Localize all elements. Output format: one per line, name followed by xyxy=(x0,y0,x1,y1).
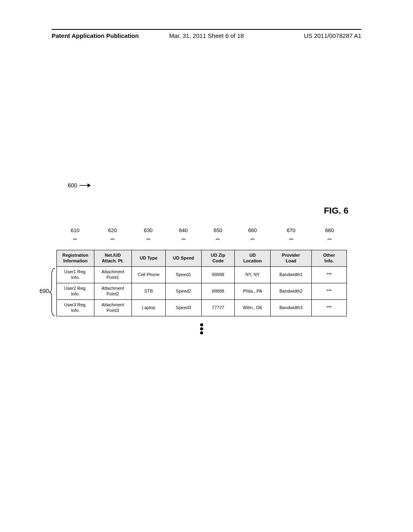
cell: AttachmentPoint3 xyxy=(94,300,131,316)
paren-icon: ⌢ xyxy=(73,235,77,243)
cell: Bandwidth1 xyxy=(270,267,311,283)
paren-icon: ⌢ xyxy=(215,235,220,243)
svg-marker-1 xyxy=(88,183,91,187)
th-registration-info: RegistrationInformation xyxy=(57,250,94,267)
cell: 77777 xyxy=(201,300,235,316)
row-group-ref-690: 690 xyxy=(40,288,49,294)
cell: User3 Reg.Info. xyxy=(57,300,94,316)
figure-title: FIG. 6 xyxy=(324,206,348,216)
col-ref-630: 630 xyxy=(132,227,165,233)
cell: STB xyxy=(131,283,166,300)
col-ref-620: 620 xyxy=(96,227,129,233)
cell: Speed2 xyxy=(166,283,201,300)
col-ref-660: 660 xyxy=(236,227,269,233)
figure-reference-600: 600 xyxy=(68,182,91,189)
th-ud-speed: UD Speed xyxy=(166,250,201,267)
cell: Cell Phone xyxy=(131,267,166,283)
paren-icon: ⌢ xyxy=(250,235,255,243)
figure-6: 600 FIG. 6 610 ⌢ 620 ⌢ 630 ⌢ 640 ⌢ 650 ⌢… xyxy=(56,193,347,316)
paren-icon: ⌢ xyxy=(146,235,151,243)
cell: Speed3 xyxy=(166,300,201,316)
ref-label-600: 600 xyxy=(68,182,77,189)
th-other-info: OtherInfo. xyxy=(311,250,346,267)
cell: AttachmentPoint2 xyxy=(94,283,131,300)
th-ud-zip: UD ZipCode xyxy=(201,250,235,267)
cell: Wilm., DE xyxy=(235,300,270,316)
cell: User1 Reg.Info. xyxy=(57,267,94,283)
cell: Laptop xyxy=(131,300,166,316)
cell: Speed1 xyxy=(166,267,201,283)
column-ref-labels: 610 ⌢ 620 ⌢ 630 ⌢ 640 ⌢ 650 ⌢ 660 ⌢ 670 … xyxy=(56,227,347,250)
cell: *** xyxy=(311,283,346,300)
table-row: User3 Reg.Info. AttachmentPoint3 Laptop … xyxy=(57,300,347,316)
cell: Bandwidth2 xyxy=(270,283,311,300)
table-row: User2 Reg.Info. AttachmentPoint2 STB Spe… xyxy=(57,283,347,300)
th-ud-location: UDLocation xyxy=(235,250,270,267)
table-header-row: RegistrationInformation Net./UDAttach. P… xyxy=(57,250,347,267)
col-ref-670: 670 xyxy=(275,227,307,233)
th-net-ud-attach: Net./UDAttach. Pt. xyxy=(94,250,131,267)
page-header: Patent Application Publication Mar. 31, … xyxy=(52,29,361,39)
header-doc-number: US 2011/0078287 A1 xyxy=(304,32,361,39)
cell: AttachmentPoint1 xyxy=(94,267,131,283)
col-ref-640: 640 xyxy=(167,227,200,233)
cell: Phila., PA xyxy=(235,283,270,300)
vertical-ellipsis-icon: ●●● xyxy=(200,322,204,335)
table-row: User1 Reg.Info. AttachmentPoint1 Cell Ph… xyxy=(57,267,347,283)
paren-icon: ⌢ xyxy=(181,235,186,243)
paren-icon: ⌢ xyxy=(327,235,332,243)
cell: User2 Reg.Info. xyxy=(57,283,94,300)
brace-icon xyxy=(49,268,56,317)
cell: *** xyxy=(311,300,346,316)
cell: NY, NY xyxy=(235,267,270,283)
data-table: RegistrationInformation Net./UDAttach. P… xyxy=(56,250,347,316)
paren-icon: ⌢ xyxy=(110,235,115,243)
cell: 88888 xyxy=(201,283,235,300)
cell: Bandwidth3 xyxy=(270,300,311,316)
col-ref-650: 650 xyxy=(202,227,234,233)
table-body: User1 Reg.Info. AttachmentPoint1 Cell Ph… xyxy=(57,267,347,316)
header-publication: Patent Application Publication xyxy=(52,32,139,39)
col-ref-610: 610 xyxy=(59,227,91,233)
paren-icon: ⌢ xyxy=(289,235,294,243)
col-ref-680: 680 xyxy=(313,227,346,233)
th-provider-load: ProviderLoad xyxy=(270,250,311,267)
header-date-sheet: Mar. 31, 2011 Sheet 6 of 18 xyxy=(169,32,244,39)
cell: *** xyxy=(311,267,346,283)
arrow-icon xyxy=(79,183,91,188)
cell: 99999 xyxy=(201,267,235,283)
th-ud-type: UD Type xyxy=(131,250,166,267)
